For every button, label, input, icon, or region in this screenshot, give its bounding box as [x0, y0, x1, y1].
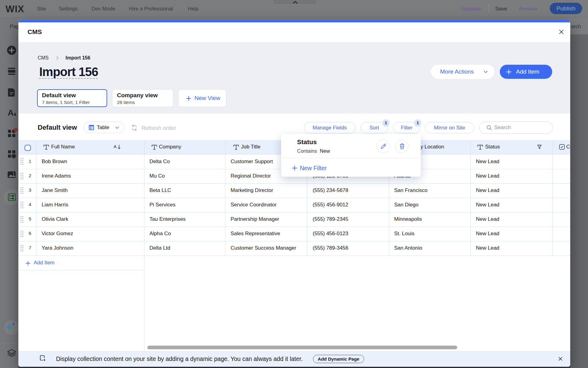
svg-text:A: A — [8, 108, 14, 117]
